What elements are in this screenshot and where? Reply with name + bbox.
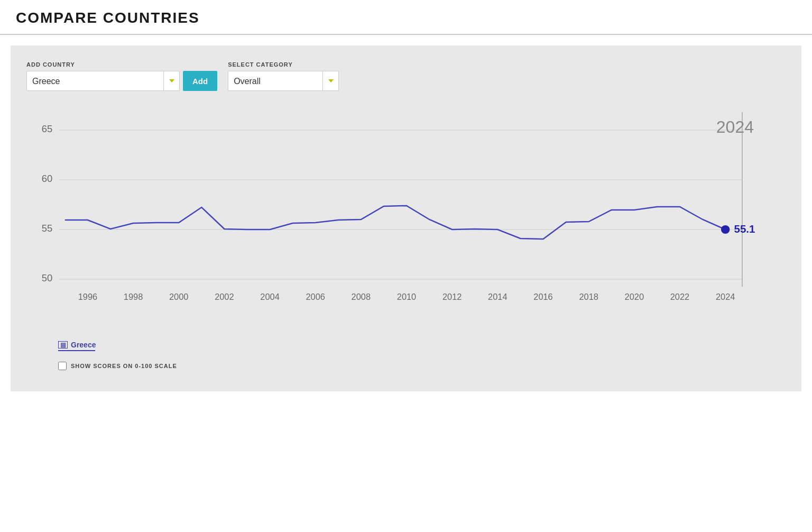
legend-label: Greece [71,341,96,349]
controls-row: ADD COUNTRY Greece Germany France United… [26,61,786,91]
x-label-2014: 2014 [488,292,507,301]
main-content: ADD COUNTRY Greece Germany France United… [11,45,801,391]
end-value-label: 55.1 [734,223,755,235]
x-label-2012: 2012 [442,292,462,301]
legend-row: ▩ Greece [26,341,786,351]
x-label-2008: 2008 [352,292,371,301]
x-label-2000: 2000 [169,292,188,301]
x-label-1998: 1998 [124,292,143,301]
x-label-2002: 2002 [215,292,234,301]
current-year-label: 2024 [716,117,754,137]
line-chart: 65 60 55 50 1996 1998 2000 2002 2004 200… [26,112,786,313]
chevron-down-icon [169,79,174,82]
x-label-2022: 2022 [670,292,689,301]
x-label-2006: 2006 [306,292,325,301]
select-category-group: SELECT CATEGORY Overall Economy Educatio… [228,61,339,91]
page-header: COMPARE COUNTRIES [0,0,812,35]
chart-area: 2024 65 60 55 50 1996 1998 2000 2002 [26,107,786,375]
legend-icon: ▩ [58,341,68,348]
chart-container: 2024 65 60 55 50 1996 1998 2000 2002 [26,112,786,334]
chevron-down-icon [328,79,334,82]
x-label-2018: 2018 [579,292,598,301]
x-label-2016: 2016 [533,292,552,301]
add-country-group: ADD COUNTRY Greece Germany France United… [26,61,217,91]
greece-line [65,206,725,239]
category-dropdown-arrow[interactable] [323,71,339,91]
legend-item: ▩ Greece [58,341,96,351]
y-label-50: 50 [42,272,53,283]
show-scores-checkbox[interactable] [58,362,67,370]
y-label-55: 55 [42,223,53,234]
add-country-label: ADD COUNTRY [26,61,217,68]
x-label-2004: 2004 [260,292,279,301]
x-label-1996: 1996 [78,292,97,301]
country-select[interactable]: Greece Germany France United States [26,71,164,91]
x-label-2020: 2020 [625,292,644,301]
country-dropdown-arrow[interactable] [164,71,180,91]
select-category-label: SELECT CATEGORY [228,61,339,68]
category-select[interactable]: Overall Economy Education Health [228,71,323,91]
legend-text-row: ▩ Greece [58,341,96,349]
legend-underline [58,350,95,351]
end-point-dot [721,225,730,234]
page-title: COMPARE COUNTRIES [16,10,796,26]
category-select-wrap: Overall Economy Education Health [228,71,339,91]
y-label-65: 65 [42,123,53,134]
checkbox-row: SHOW SCORES ON 0-100 SCALE [26,362,786,370]
x-label-2024: 2024 [716,292,735,301]
x-label-2010: 2010 [397,292,416,301]
country-input-row: Greece Germany France United States Add [26,71,217,91]
y-label-60: 60 [42,173,53,184]
add-country-button[interactable]: Add [183,71,217,91]
show-scores-label[interactable]: SHOW SCORES ON 0-100 SCALE [71,363,177,369]
